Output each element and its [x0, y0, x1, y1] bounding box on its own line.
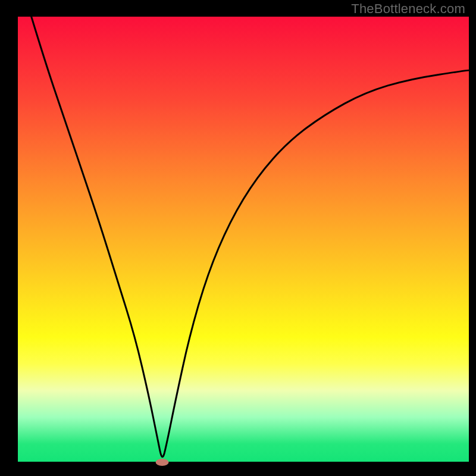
- watermark-text: TheBottleneck.com: [351, 1, 465, 17]
- chart-svg: [0, 0, 476, 476]
- chart-frame: { "watermark": "TheBottleneck.com", "cha…: [0, 0, 476, 476]
- plot-background: [18, 17, 469, 462]
- min-marker: [156, 459, 169, 466]
